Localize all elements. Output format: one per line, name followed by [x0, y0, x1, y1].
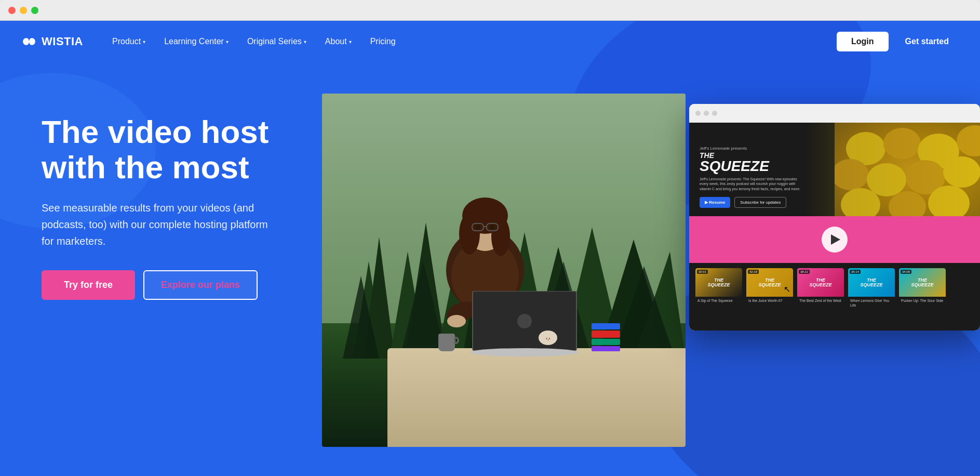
svg-point-36: [470, 348, 579, 356]
play-icon: [831, 234, 840, 245]
ep5-duration: 34:08: [901, 270, 911, 274]
nav-item-pricing[interactable]: Pricing: [362, 33, 404, 50]
try-for-free-button[interactable]: Try for free: [42, 270, 135, 300]
browser-dot-1: [695, 111, 701, 116]
hero-buttons: Try for free Explore our plans: [42, 270, 301, 300]
learning-chevron-icon: ▾: [226, 39, 229, 45]
squeeze-title-area: Jeff's Lemonade presents THE SQUEEZE Jef…: [700, 146, 970, 208]
ep2-logo: THESQUEEZE: [758, 278, 781, 287]
svg-point-22: [491, 217, 510, 256]
episode-card-4[interactable]: 35:14 THESQUEEZE When Lemons Give You Li…: [848, 268, 895, 309]
episode-card-1[interactable]: 30:01 THESQUEEZE A Sip of The Squeeze: [695, 268, 742, 309]
ep1-duration: 30:01: [697, 270, 708, 274]
hero-left: The video host with the most See measura…: [42, 94, 301, 300]
subscribe-button[interactable]: Subscribe for updates: [734, 197, 786, 208]
close-button[interactable]: [8, 7, 16, 14]
logo[interactable]: WISTIA: [21, 35, 83, 48]
ep2-title: Is the Juice Worth It?: [746, 297, 793, 305]
ep1-title: A Sip of The Squeeze: [695, 297, 742, 305]
maximize-button[interactable]: [31, 7, 38, 14]
episode-thumb-3: 38:22 THESQUEEZE: [797, 268, 844, 297]
nav-item-product[interactable]: Product ▾: [104, 33, 154, 50]
hero-photo: 🐶: [322, 94, 686, 447]
books-stack: [592, 323, 620, 351]
hero-subtitle: See measurable results from your videos …: [42, 200, 270, 249]
episode-thumb-5: 34:08 THESQUEEZE: [899, 268, 946, 297]
navbar: WISTIA Product ▾ Learning Center ▾ Origi…: [0, 21, 980, 62]
svg-point-26: [475, 224, 480, 230]
cursor-icon: ↖: [784, 284, 790, 294]
episodes-row: 30:01 THESQUEEZE A Sip of The Squeeze 42…: [689, 263, 980, 314]
svg-text:🐶: 🐶: [546, 337, 551, 341]
get-started-button[interactable]: Get started: [895, 32, 959, 51]
resume-button[interactable]: ▶ Resume: [700, 197, 730, 208]
ep2-duration: 42:18: [748, 270, 759, 274]
login-button[interactable]: Login: [837, 32, 889, 51]
browser-content: Jeff's Lemonade presents THE SQUEEZE Jef…: [689, 123, 980, 330]
episode-card-2[interactable]: 42:18 THESQUEEZE ↖ Is the Juice Worth It…: [746, 268, 793, 309]
wistia-logo-icon: [21, 36, 37, 47]
main-page: WISTIA Product ▾ Learning Center ▾ Origi…: [0, 21, 980, 476]
ep3-duration: 38:22: [799, 270, 810, 274]
squeeze-name: SQUEEZE: [700, 159, 970, 174]
nav-actions: Login Get started: [837, 32, 959, 51]
table-surface: [387, 348, 686, 447]
series-chevron-icon: ▾: [304, 39, 306, 45]
nav-item-original-series[interactable]: Original Series ▾: [239, 33, 315, 50]
explore-plans-button[interactable]: Explore our plans: [143, 270, 258, 300]
ep3-title: The Best Zest of the West: [797, 297, 844, 305]
video-player[interactable]: [689, 216, 980, 263]
episode-thumb-1: 30:01 THESQUEEZE: [695, 268, 742, 297]
squeeze-buttons: ▶ Resume Subscribe for updates: [700, 197, 970, 208]
nav-item-learning-center[interactable]: Learning Center ▾: [156, 33, 237, 50]
ep1-logo: THESQUEEZE: [707, 278, 730, 287]
browser-dot-3: [712, 111, 717, 116]
episode-thumb-4: 35:14 THESQUEEZE: [848, 268, 895, 297]
about-chevron-icon: ▾: [349, 39, 352, 45]
ep3-logo: THESQUEEZE: [809, 278, 831, 287]
svg-point-21: [459, 213, 480, 255]
nav-item-about[interactable]: About ▾: [317, 33, 360, 50]
svg-point-30: [447, 315, 466, 327]
squeeze-title: THE SQUEEZE: [700, 152, 970, 174]
hero-title: The video host with the most: [42, 114, 301, 185]
ep4-duration: 35:14: [850, 270, 861, 274]
episode-card-5[interactable]: 34:08 THESQUEEZE Pucker Up: The Sour Sid…: [899, 268, 946, 309]
hero-section: The video host with the most See measura…: [0, 62, 980, 476]
play-button[interactable]: [822, 227, 848, 253]
traffic-lights: [8, 7, 38, 14]
ep5-logo: THESQUEEZE: [911, 278, 933, 287]
browser-dot-2: [704, 111, 709, 116]
browser-toolbar: [689, 104, 980, 123]
ep5-title: Pucker Up: The Sour Side: [899, 297, 946, 305]
svg-point-27: [490, 224, 495, 230]
squeeze-header: Jeff's Lemonade presents THE SQUEEZE Jef…: [689, 123, 980, 216]
ep4-title: When Lemons Give You Life: [848, 297, 895, 309]
logo-text: WISTIA: [42, 35, 83, 48]
squeeze-description: Jeff's Lemonade presents: The Squeeze! W…: [700, 177, 803, 192]
window-chrome: [0, 0, 980, 21]
mug: [438, 334, 455, 351]
svg-point-33: [517, 314, 532, 328]
minimize-button[interactable]: [20, 7, 27, 14]
hero-right: 🐶: [322, 94, 938, 457]
ep4-logo: THESQUEEZE: [860, 278, 882, 287]
laptop: 🐶: [467, 291, 582, 359]
episode-card-3[interactable]: 38:22 THESQUEEZE The Best Zest of the We…: [797, 268, 844, 309]
nav-links: Product ▾ Learning Center ▾ Original Ser…: [104, 33, 837, 50]
squeeze-pre-text: Jeff's Lemonade presents: [700, 146, 970, 151]
episode-thumb-2: 42:18 THESQUEEZE ↖: [746, 268, 793, 297]
browser-mockup: Jeff's Lemonade presents THE SQUEEZE Jef…: [689, 104, 980, 330]
product-chevron-icon: ▾: [143, 39, 145, 45]
